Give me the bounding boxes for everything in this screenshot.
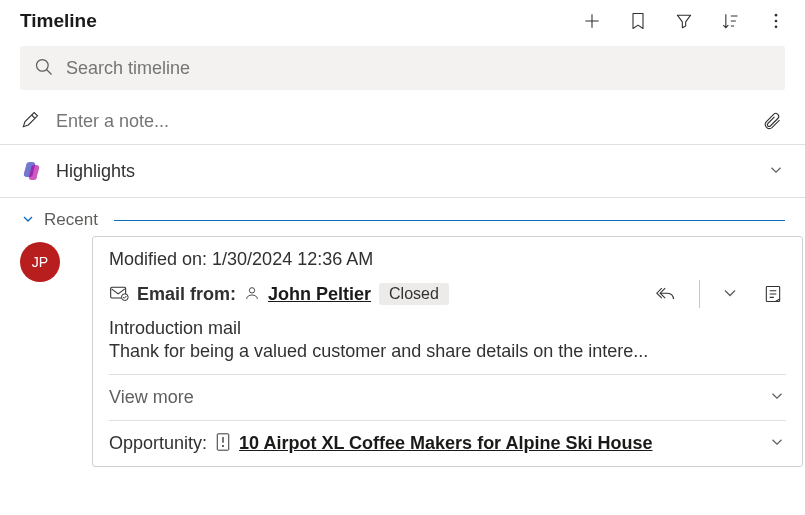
- svg-point-6: [249, 287, 254, 292]
- modified-label: Modified on:: [109, 249, 207, 269]
- email-from-label: Email from:: [137, 284, 236, 305]
- note-action-icon[interactable]: [760, 281, 786, 307]
- modified-on: Modified on: 1/30/2024 12:36 AM: [109, 249, 786, 270]
- viewmore-chevron-icon[interactable]: [768, 387, 786, 408]
- svg-point-2: [775, 26, 778, 29]
- svg-point-1: [775, 20, 778, 23]
- search-icon: [34, 57, 54, 80]
- email-preview: Thank for being a valued customer and sh…: [109, 341, 786, 362]
- page-title: Timeline: [20, 10, 97, 32]
- priority-icon: [215, 433, 231, 454]
- recent-collapse-icon[interactable]: [20, 211, 36, 230]
- action-divider: [699, 280, 700, 308]
- more-icon[interactable]: [763, 8, 789, 34]
- email-sender-link[interactable]: John Peltier: [268, 284, 371, 305]
- action-chevron-icon[interactable]: [720, 283, 740, 306]
- email-subject: Introduction mail: [109, 318, 786, 339]
- opportunity-chevron-icon[interactable]: [768, 433, 786, 454]
- recent-label: Recent: [44, 210, 98, 230]
- highlights-label: Highlights: [56, 161, 755, 182]
- recent-divider: [114, 220, 785, 221]
- svg-point-9: [222, 445, 224, 447]
- add-icon[interactable]: [579, 8, 605, 34]
- chevron-down-icon[interactable]: [767, 161, 785, 182]
- timeline-card: Modified on: 1/30/2024 12:36 AM Email fr…: [92, 236, 803, 467]
- opportunity-label: Opportunity:: [109, 433, 207, 454]
- filter-icon[interactable]: [671, 8, 697, 34]
- search-bar[interactable]: [20, 46, 785, 90]
- view-more-button[interactable]: View more: [109, 387, 194, 408]
- attach-icon[interactable]: [759, 108, 785, 134]
- copilot-icon: [20, 159, 44, 183]
- avatar: JP: [20, 242, 60, 282]
- reply-all-icon[interactable]: [653, 281, 679, 307]
- svg-point-0: [775, 14, 778, 17]
- email-icon: [109, 284, 129, 305]
- search-input[interactable]: [66, 58, 771, 79]
- header-actions: [579, 8, 789, 34]
- sort-icon[interactable]: [717, 8, 743, 34]
- note-input[interactable]: [56, 111, 743, 132]
- status-badge: Closed: [379, 283, 449, 305]
- bookmark-icon[interactable]: [625, 8, 651, 34]
- modified-value: 1/30/2024 12:36 AM: [212, 249, 373, 269]
- svg-point-3: [37, 59, 49, 71]
- pencil-icon: [20, 110, 40, 133]
- opportunity-link[interactable]: 10 Airpot XL Coffee Makers for Alpine Sk…: [239, 433, 760, 454]
- person-icon: [244, 285, 260, 304]
